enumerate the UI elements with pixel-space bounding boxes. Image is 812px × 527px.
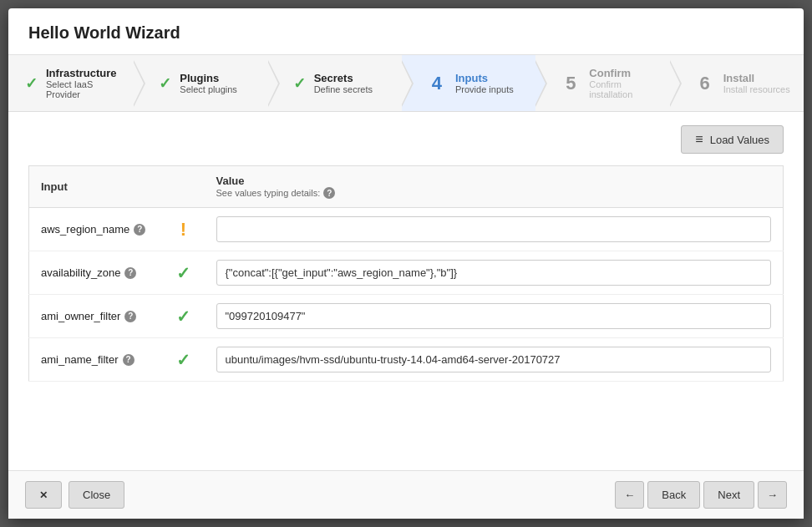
step-text: Inputs Provide inputs	[455, 72, 514, 94]
input-name-cell: availability_zone ?	[29, 251, 163, 295]
footer-left: ✕ Close	[25, 481, 124, 509]
step-number: 6	[695, 73, 715, 94]
step-label: Inputs	[455, 72, 514, 84]
dialog-title: Hello World Wizard	[8, 8, 804, 55]
value-cell	[205, 251, 784, 295]
step-label: Plugins	[180, 72, 237, 84]
help-icon[interactable]: ?	[124, 267, 136, 279]
value-cell	[205, 295, 784, 338]
value-input[interactable]	[216, 303, 772, 329]
step-sublabel: Provide inputs	[455, 84, 514, 94]
next-label: Next	[718, 489, 740, 501]
footer-right: ← Back Next →	[615, 481, 787, 509]
input-name: ami_owner_filter ?	[41, 310, 151, 322]
table-row: ami_owner_filter ? ✓	[29, 295, 784, 338]
table-row: availability_zone ? ✓	[29, 251, 784, 295]
input-name: aws_region_name ?	[41, 223, 151, 236]
step-secrets[interactable]: ✓ Secrets Define secrets	[268, 55, 402, 111]
step-sublabel: Define secrets	[314, 84, 373, 94]
next-arrow-button[interactable]: →	[758, 481, 787, 509]
col-value-header: Value See values typing details: ?	[205, 166, 784, 208]
load-values-button[interactable]: ≡ Load Values	[681, 125, 784, 154]
table-row: ami_name_filter ? ✓	[29, 338, 784, 382]
close-button[interactable]: Close	[69, 481, 124, 509]
value-cell	[205, 208, 784, 251]
step-number: 4	[427, 73, 447, 94]
close-label: Close	[83, 489, 110, 501]
ok-icon: ✓	[176, 307, 190, 326]
help-icon[interactable]: ?	[134, 224, 145, 236]
input-name: ami_name_filter ?	[41, 353, 151, 366]
back-arrow-button[interactable]: ←	[615, 481, 644, 509]
step-done-icon: ✓	[25, 74, 38, 93]
step-label: Confirm	[589, 67, 656, 79]
ok-icon: ✓	[176, 351, 190, 369]
col-value-sub: See values typing details: ?	[216, 187, 772, 199]
value-input[interactable]	[216, 347, 772, 372]
table-header-row: Input Value See values typing details: ?	[29, 166, 784, 208]
input-name: availability_zone ?	[41, 266, 151, 279]
status-cell: ✓	[163, 295, 205, 338]
step-install[interactable]: 6 Install Install resources	[670, 55, 804, 111]
close-x-button[interactable]: ✕	[25, 481, 62, 509]
dialog: Hello World Wizard ✓ Infrastructure Sele…	[8, 8, 804, 519]
ok-icon: ✓	[176, 264, 190, 282]
input-name-cell: ami_name_filter ?	[29, 338, 163, 382]
load-values-label: Load Values	[710, 134, 769, 146]
step-text: Install Install resources	[723, 72, 790, 94]
input-name-cell: ami_owner_filter ?	[29, 295, 163, 338]
dialog-body: ≡ Load Values Input Value See values typ…	[8, 112, 804, 470]
step-label: Infrastructure	[46, 67, 120, 79]
value-cell	[205, 338, 784, 382]
next-arrow-icon: →	[767, 489, 778, 501]
x-icon: ✕	[39, 489, 48, 501]
back-arrow-icon: ←	[624, 489, 635, 501]
warning-icon: !	[180, 219, 186, 240]
step-done-icon: ✓	[293, 74, 306, 93]
input-name-cell: aws_region_name ?	[29, 208, 163, 251]
step-done-icon: ✓	[159, 74, 171, 93]
step-label: Install	[723, 72, 790, 84]
step-inputs[interactable]: 4 Inputs Provide inputs	[402, 55, 535, 111]
help-icon[interactable]: ?	[124, 311, 136, 322]
step-text: Plugins Select plugins	[180, 72, 237, 94]
step-sublabel: Select plugins	[180, 84, 237, 94]
next-button[interactable]: Next	[703, 481, 754, 509]
step-confirm[interactable]: 5 Confirm Confirm installation	[535, 55, 669, 111]
help-icon[interactable]: ?	[123, 354, 134, 366]
back-label: Back	[662, 489, 686, 501]
col-status-header	[163, 166, 205, 208]
col-input-header: Input	[29, 166, 163, 208]
step-sublabel: Confirm installation	[589, 79, 656, 99]
status-cell: !	[163, 208, 205, 251]
step-number: 5	[561, 73, 581, 94]
toolbar: ≡ Load Values	[28, 125, 784, 154]
step-sublabel: Select IaaS Provider	[46, 79, 120, 99]
inputs-table: Input Value See values typing details: ?	[28, 165, 784, 382]
value-input[interactable]	[216, 216, 772, 242]
help-icon[interactable]: ?	[323, 187, 335, 199]
step-text: Secrets Define secrets	[314, 72, 373, 94]
col-value-label: Value	[216, 175, 772, 187]
table-row: aws_region_name ? !	[29, 208, 784, 251]
step-label: Secrets	[314, 72, 373, 84]
wizard-steps: ✓ Infrastructure Select IaaS Provider ✓ …	[8, 55, 804, 112]
step-plugins[interactable]: ✓ Plugins Select plugins	[134, 55, 267, 111]
value-input[interactable]	[216, 260, 772, 286]
status-cell: ✓	[163, 251, 205, 295]
step-text: Confirm Confirm installation	[589, 67, 656, 99]
load-values-icon: ≡	[695, 132, 703, 147]
status-cell: ✓	[163, 338, 205, 382]
dialog-footer: ✕ Close ← Back Next →	[8, 470, 804, 519]
back-button[interactable]: Back	[647, 481, 700, 509]
step-text: Infrastructure Select IaaS Provider	[46, 67, 120, 99]
step-infrastructure[interactable]: ✓ Infrastructure Select IaaS Provider	[8, 55, 134, 111]
step-sublabel: Install resources	[723, 84, 790, 94]
